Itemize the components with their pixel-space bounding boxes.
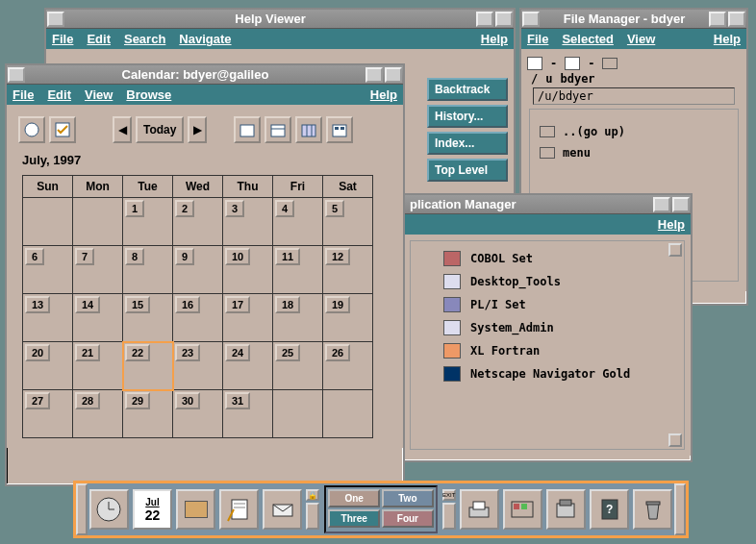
day-number[interactable]: 17	[225, 296, 250, 313]
app-manager-titlebar[interactable]: plication Manager	[404, 195, 691, 214]
menu-view[interactable]: View	[85, 87, 113, 102]
file-manager-titlebar[interactable]: File Manager - bdyer	[521, 10, 746, 29]
history-button[interactable]: History...	[427, 105, 508, 128]
day-number[interactable]: 13	[25, 296, 50, 313]
day-number[interactable]: 16	[175, 296, 200, 313]
menu-file[interactable]: File	[527, 32, 548, 46]
day-number[interactable]: 9	[175, 248, 194, 265]
today-button[interactable]: Today	[136, 116, 184, 143]
day-number[interactable]: 18	[275, 296, 300, 313]
calendar-cell[interactable]: 14	[73, 294, 123, 342]
calendar-cell[interactable]: 15	[123, 294, 173, 342]
help-button[interactable]: ?	[590, 489, 629, 530]
maximize-icon[interactable]	[728, 12, 745, 27]
day-number[interactable]: 8	[125, 248, 144, 265]
day-number[interactable]: 21	[75, 344, 100, 361]
breadcrumb-part[interactable]: bdyer	[560, 72, 594, 86]
file-item[interactable]: menu	[563, 146, 591, 160]
day-number[interactable]: 4	[275, 200, 294, 217]
next-button[interactable]: ▶	[188, 116, 207, 143]
top-level-button[interactable]: Top Level	[427, 159, 508, 182]
app-label[interactable]: COBOL Set	[470, 252, 533, 265]
day-number[interactable]: 26	[325, 344, 350, 361]
go-up-label[interactable]: ..(go up)	[563, 125, 625, 138]
day-number[interactable]: 14	[75, 296, 100, 313]
day-number[interactable]: 12	[325, 248, 350, 265]
workspace-three[interactable]: Three	[328, 509, 380, 528]
day-number[interactable]: 22	[125, 344, 150, 361]
day-number[interactable]: 20	[25, 344, 50, 361]
breadcrumb-part[interactable]: u	[545, 72, 552, 86]
day-number[interactable]: 29	[125, 392, 150, 409]
calendar-cell[interactable]: 1	[123, 198, 173, 246]
menu-browse[interactable]: Browse	[126, 87, 171, 102]
month-view-button[interactable]	[295, 116, 322, 143]
window-menu-icon[interactable]	[8, 67, 25, 83]
day-number[interactable]: 31	[225, 392, 250, 409]
app-icon[interactable]	[443, 343, 461, 359]
menu-file[interactable]: File	[13, 87, 34, 102]
calendar-cell[interactable]: 18	[273, 294, 323, 342]
exit-button[interactable]: EXIT	[442, 489, 456, 501]
calendar-cell[interactable]: 17	[223, 294, 273, 342]
day-number[interactable]: 28	[75, 392, 100, 409]
menu-help[interactable]: Help	[658, 217, 685, 232]
app-label[interactable]: Netscape Navigator Gold	[470, 367, 630, 381]
file-manager-button[interactable]	[176, 489, 215, 530]
maximize-icon[interactable]	[495, 12, 513, 27]
day-number[interactable]: 25	[275, 344, 300, 361]
calendar-cell[interactable]	[23, 198, 73, 246]
calendar-cell[interactable]: 9	[173, 246, 223, 294]
window-menu-icon[interactable]	[522, 12, 540, 27]
printer-button[interactable]	[460, 489, 499, 530]
day-number[interactable]: 7	[75, 248, 94, 265]
calendar-cell[interactable]: 8	[123, 246, 173, 294]
style-manager-button[interactable]	[503, 489, 542, 530]
app-icon[interactable]	[443, 297, 461, 312]
minimize-icon[interactable]	[476, 12, 493, 27]
menu-file[interactable]: File	[52, 32, 73, 46]
day-number[interactable]: 27	[25, 392, 50, 409]
day-number[interactable]: 15	[125, 296, 150, 313]
app-label[interactable]: System_Admin	[470, 321, 554, 334]
breadcrumb-part[interactable]: /	[531, 72, 538, 86]
app-label[interactable]: XL Fortran	[470, 344, 540, 358]
calendar-cell[interactable]: 12	[323, 246, 373, 294]
app-icon[interactable]	[443, 251, 461, 266]
calendar-cell[interactable]: 29	[123, 390, 173, 438]
menu-selected[interactable]: Selected	[562, 32, 613, 46]
workspace-two[interactable]: Two	[382, 489, 434, 507]
day-number[interactable]: 23	[175, 344, 200, 361]
calendar-cell[interactable]: 10	[223, 246, 273, 294]
go-up-icon[interactable]	[540, 126, 555, 137]
prev-button[interactable]: ◀	[113, 116, 132, 143]
day-number[interactable]: 3	[225, 200, 244, 217]
menu-navigate[interactable]: Navigate	[179, 32, 231, 46]
help-viewer-titlebar[interactable]: Help Viewer	[46, 10, 514, 29]
window-menu-icon[interactable]	[47, 12, 64, 27]
folder-icon[interactable]	[540, 147, 555, 159]
app-label[interactable]: PL/I Set	[470, 298, 526, 311]
day-number[interactable]: 19	[325, 296, 350, 313]
day-number[interactable]: 24	[225, 344, 250, 361]
folder-open-icon[interactable]	[602, 58, 617, 69]
day-number[interactable]: 10	[225, 248, 250, 265]
calendar-cell[interactable]: 24	[223, 342, 273, 390]
maximize-icon[interactable]	[672, 197, 690, 212]
calendar-cell[interactable]: 25	[273, 342, 323, 390]
calendar-cell[interactable]: 28	[73, 390, 123, 438]
lock-button[interactable]: 🔒	[306, 489, 319, 501]
trash-button[interactable]	[633, 489, 672, 530]
mail-button[interactable]	[263, 489, 302, 530]
day-number[interactable]: 1	[125, 200, 144, 217]
scroll-up-icon[interactable]	[668, 243, 682, 257]
calendar-cell[interactable]: 16	[173, 294, 223, 342]
menu-help[interactable]: Help	[714, 32, 741, 46]
calendar-button[interactable]: Jul 22	[133, 489, 172, 530]
calendar-cell[interactable]: 22	[123, 342, 173, 390]
menu-edit[interactable]: Edit	[47, 87, 71, 102]
minimize-icon[interactable]	[709, 12, 726, 27]
calendar-cell[interactable]: 6	[23, 246, 73, 294]
scroll-down-icon[interactable]	[668, 433, 682, 447]
day-number[interactable]: 5	[325, 200, 344, 217]
